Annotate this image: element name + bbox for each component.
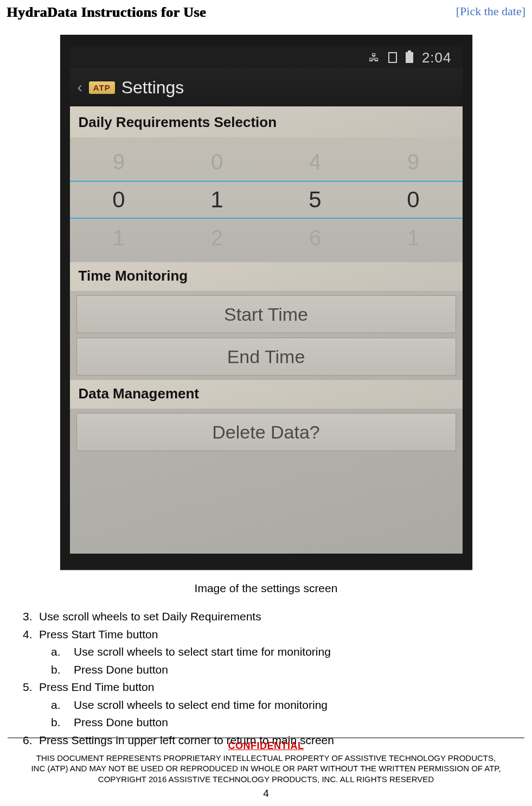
picker-digit-selected[interactable]: 0 [397, 187, 430, 213]
instruction-step: Use scroll wheels to set Daily Requireme… [39, 608, 261, 626]
confidential-label: CONFIDENTIAL [0, 740, 532, 752]
date-placeholder[interactable]: [Pick the date] [456, 4, 525, 18]
brand-badge: ATP [89, 81, 115, 94]
start-time-button[interactable]: Start Time [76, 295, 456, 333]
instruction-substep: Use scroll wheels to select end time for… [74, 696, 328, 714]
data-management-label: Data Management [70, 380, 463, 409]
instruction-substep: Press Done button [74, 714, 168, 732]
instruction-step: Press Start Time button [39, 626, 158, 644]
bluetooth-icon: 🖧 [369, 52, 380, 64]
app-bar-title: Settings [121, 78, 184, 98]
time-monitoring-label: Time Monitoring [70, 262, 463, 291]
instruction-substep: Use scroll wheels to select start time f… [74, 643, 331, 661]
picker-digit[interactable]: 6 [299, 226, 331, 250]
delete-data-button[interactable]: Delete Data? [76, 413, 456, 451]
phone-status-bar: 🖧 2:04 [70, 47, 463, 68]
page-footer: CONFIDENTIAL THIS DOCUMENT REPRESENTS PR… [0, 738, 532, 800]
picker-digit[interactable]: 1 [102, 226, 135, 250]
picker-digit[interactable]: 9 [102, 150, 135, 174]
picker-digit-selected[interactable]: 1 [201, 187, 233, 213]
footer-legal: THIS DOCUMENT REPRESENTS PROPRIETARY INT… [0, 753, 532, 785]
picker-digit[interactable]: 9 [397, 150, 430, 174]
picker-digit[interactable]: 0 [201, 150, 233, 174]
instruction-step: Press End Time button [39, 678, 154, 696]
document-icon [388, 52, 397, 63]
status-time: 2:04 [422, 49, 452, 66]
page-number: 4 [0, 788, 532, 799]
picker-digit-selected[interactable]: 5 [299, 187, 331, 213]
picker-digit[interactable]: 4 [299, 150, 331, 174]
app-bar[interactable]: ‹ ATP Settings [70, 68, 463, 106]
daily-requirements-label: Daily Requirements Selection [70, 106, 463, 137]
end-time-button[interactable]: End Time [76, 338, 456, 376]
image-caption: Image of the settings screen [60, 582, 472, 595]
instruction-substep: Press Done button [74, 661, 168, 679]
daily-requirements-picker[interactable]: 9 0 4 9 0 1 5 0 1 2 6 1 [70, 137, 463, 262]
picker-digit[interactable]: 1 [397, 226, 430, 250]
picker-digit[interactable]: 2 [201, 226, 233, 250]
instructions-list: 3.Use scroll wheels to set Daily Require… [13, 608, 519, 749]
picker-digit-selected[interactable]: 0 [102, 187, 135, 213]
document-title: HydraData Instructions for Use [7, 4, 206, 21]
battery-icon [406, 52, 413, 63]
screenshot-container: 🖧 2:04 ‹ ATP Settings Daily Requirements… [60, 35, 472, 570]
back-icon[interactable]: ‹ [78, 79, 82, 96]
